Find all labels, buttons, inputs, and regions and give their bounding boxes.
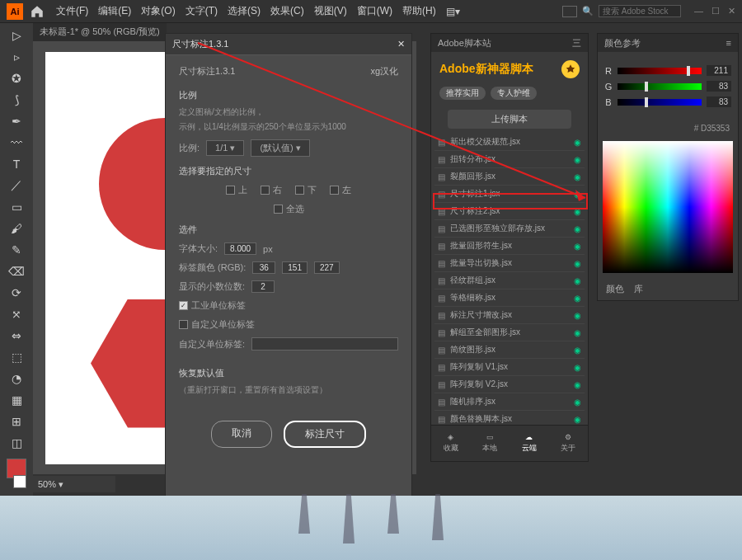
cancel-button[interactable]: 取消 <box>211 421 272 448</box>
custom-unit-checkbox[interactable]: 自定义单位标签 <box>179 318 255 331</box>
download-icon[interactable]: ◉ <box>574 172 581 181</box>
shaper-tool[interactable]: ✎ <box>7 241 26 259</box>
download-icon[interactable]: ◉ <box>574 346 581 355</box>
close-icon[interactable]: ✕ <box>728 6 735 16</box>
download-icon[interactable]: ◉ <box>574 242 581 251</box>
download-icon[interactable]: ◉ <box>574 138 581 147</box>
color-spectrum[interactable] <box>603 141 733 273</box>
search-icon[interactable]: 🔍 <box>582 6 594 16</box>
color-r-input[interactable]: 36 <box>252 261 275 274</box>
ok-button[interactable]: 标注尺寸 <box>284 421 366 448</box>
nav-local[interactable]: ▭本地 <box>482 433 497 454</box>
menu-file[interactable]: 文件(F) <box>51 1 93 21</box>
rotate-tool[interactable]: ⟳ <box>7 284 26 302</box>
download-icon[interactable]: ◉ <box>574 224 581 233</box>
menu-extra-icon[interactable]: ▤▾ <box>441 2 465 21</box>
nav-cloud[interactable]: ☁云端 <box>522 433 537 454</box>
download-icon[interactable]: ◉ <box>574 415 581 424</box>
r-slider[interactable] <box>618 68 702 74</box>
download-icon[interactable]: ◉ <box>574 190 581 199</box>
g-slider[interactable] <box>618 83 702 90</box>
line-tool[interactable]: ／ <box>7 176 26 195</box>
download-icon[interactable]: ◉ <box>574 363 581 372</box>
g-value[interactable]: 83 <box>707 81 731 92</box>
font-size-input[interactable]: 8.000 <box>224 242 256 255</box>
type-tool[interactable]: T <box>7 155 26 173</box>
script-item[interactable]: ▤标注尺寸增改.jsx◉ <box>434 307 585 324</box>
color-panel-tab[interactable]: 颜色参考≡ <box>598 34 738 52</box>
menu-select[interactable]: 选择(S) <box>223 1 265 21</box>
menu-object[interactable]: 对象(O) <box>136 1 180 21</box>
gradient-tool[interactable]: ◫ <box>7 434 26 452</box>
scale-select[interactable]: 1/1 ▾ <box>206 140 244 156</box>
shape-builder-tool[interactable]: ◔ <box>7 369 26 388</box>
mesh-tool[interactable]: ⊞ <box>7 412 26 431</box>
curvature-tool[interactable]: 〰 <box>7 134 26 152</box>
document-tab[interactable]: 未标题-1* @ 50% (RGB/预览) <box>33 23 167 41</box>
download-icon[interactable]: ◉ <box>574 207 581 216</box>
selection-tool[interactable]: ▷ <box>7 26 26 45</box>
b-value[interactable]: 83 <box>707 96 731 107</box>
download-icon[interactable]: ◉ <box>574 155 581 164</box>
minimize-icon[interactable]: — <box>694 6 703 16</box>
script-item[interactable]: ▤简纹图形.jsx◉ <box>434 341 585 359</box>
menu-effect[interactable]: 效果(C) <box>265 1 309 21</box>
script-item[interactable]: ▤随机排序.jsx◉ <box>434 393 585 411</box>
script-item[interactable]: ▤解组至全部图形.jsx◉ <box>434 324 585 341</box>
direct-select-tool[interactable]: ▹ <box>7 48 26 66</box>
download-icon[interactable]: ◉ <box>574 311 581 320</box>
script-item[interactable]: ▤裂颜回形.jsx◉ <box>434 168 585 186</box>
home-icon[interactable] <box>30 4 45 19</box>
script-item[interactable]: ▤阵列复制 V1.jsx◉ <box>434 359 585 376</box>
rectangle-tool[interactable]: ▭ <box>7 198 26 216</box>
dir-down-checkbox[interactable]: 下 <box>295 184 317 196</box>
script-item[interactable]: ▤已选图形至独立部存放.jsx◉ <box>434 220 585 238</box>
perspective-tool[interactable]: ▦ <box>7 391 26 409</box>
menu-type[interactable]: 文字(T) <box>181 1 223 21</box>
b-slider[interactable] <box>618 99 702 106</box>
nav-about[interactable]: ⚙关于 <box>561 433 575 454</box>
script-item[interactable]: ▤尺寸标注2.jsx◉ <box>434 203 585 220</box>
dir-up-checkbox[interactable]: 上 <box>226 184 247 196</box>
dir-left-checkbox[interactable]: 左 <box>330 184 351 196</box>
custom-unit-input[interactable] <box>251 337 398 351</box>
download-icon[interactable]: ◉ <box>574 380 581 389</box>
nav-favorites[interactable]: ◈收藏 <box>444 433 458 454</box>
paintbrush-tool[interactable]: 🖌 <box>7 219 26 238</box>
industrial-checkbox[interactable]: ✓工业单位标签 <box>179 299 246 312</box>
script-item[interactable]: ▤批量回形符生.jsx◉ <box>434 238 585 255</box>
stroke-swatch[interactable] <box>13 475 26 488</box>
download-icon[interactable]: ◉ <box>574 398 581 407</box>
script-item[interactable]: ▤尺寸标注1.jsx◉ <box>434 186 585 203</box>
magic-wand-tool[interactable]: ✪ <box>7 69 26 87</box>
hex-value[interactable]: # D35353 <box>598 120 738 136</box>
menu-help[interactable]: 帮助(H) <box>397 1 441 21</box>
menu-window[interactable]: 窗口(W) <box>352 1 397 21</box>
menu-icon[interactable]: ≡ <box>726 38 731 48</box>
tag-maintain[interactable]: 专人护维 <box>491 87 537 100</box>
workspace-icon[interactable] <box>562 6 577 17</box>
dialog-close-icon[interactable]: ✕ <box>397 39 405 49</box>
upload-script-button[interactable]: 上传脚本 <box>448 110 571 129</box>
color-b-input[interactable]: 227 <box>314 261 340 274</box>
dir-right-checkbox[interactable]: 右 <box>261 184 282 196</box>
lasso-tool[interactable]: ⟆ <box>7 91 26 109</box>
download-icon[interactable]: ◉ <box>574 328 581 337</box>
r-value[interactable]: 211 <box>707 65 731 76</box>
free-transform-tool[interactable]: ⬚ <box>7 348 26 366</box>
width-tool[interactable]: ⇔ <box>7 327 26 345</box>
script-item[interactable]: ▤阵列复制 V2.jsx◉ <box>434 376 585 393</box>
download-icon[interactable]: ◉ <box>574 294 581 303</box>
script-item[interactable]: ▤等格细称.jsx◉ <box>434 289 585 307</box>
select-all-checkbox[interactable]: 全选 <box>274 203 304 215</box>
script-item[interactable]: ▤径纹群组.jsx◉ <box>434 272 585 289</box>
scale-tool[interactable]: ⤧ <box>7 305 26 323</box>
scale-default-button[interactable]: (默认值) ▾ <box>251 139 309 157</box>
menu-icon[interactable]: 三 <box>572 37 581 49</box>
script-item[interactable]: ▤新出模父级规范.jsx◉ <box>434 134 585 151</box>
pen-tool[interactable]: ✒ <box>7 112 26 130</box>
tag-recommend[interactable]: 推荐实用 <box>439 87 486 100</box>
swatches-tab[interactable]: 颜色 <box>606 283 624 295</box>
restore-defaults[interactable]: 恢复默认值 <box>179 367 398 379</box>
zoom-level[interactable]: 50% ▾ <box>33 476 115 492</box>
